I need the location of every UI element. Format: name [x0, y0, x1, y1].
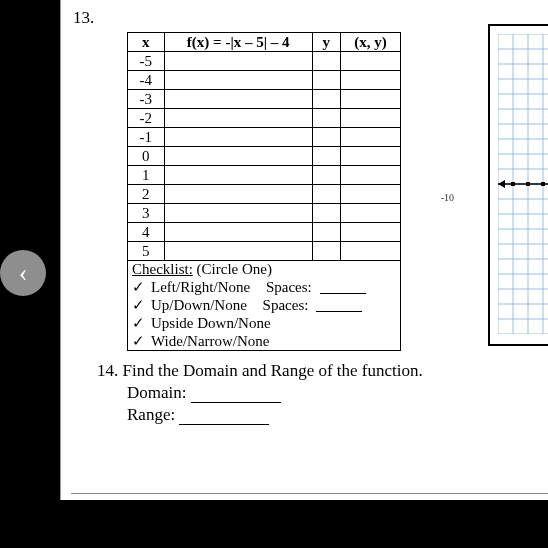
checklist-hint: (Circle One) — [197, 261, 272, 277]
checklist-text: Up/Down/None — [151, 297, 247, 314]
chevron-left-icon: ‹ — [19, 258, 28, 288]
cell-x: -1 — [128, 128, 165, 147]
checklist-item: ✓ Wide/Narrow/None — [132, 332, 396, 350]
coordinate-grid-panel — [488, 24, 548, 346]
checklist-text: Upside Down/None — [151, 315, 271, 332]
range-label: Range: — [127, 405, 175, 424]
header-xy: (x, y) — [340, 33, 400, 52]
problem-14-prompt: Find the Domain and Range of the functio… — [123, 361, 423, 380]
table-header-row: x f(x) = -|x – 5| – 4 y (x, y) — [128, 33, 401, 52]
cell-x: -2 — [128, 109, 165, 128]
spaces-label: Spaces: — [263, 297, 309, 314]
cell-x: -3 — [128, 90, 165, 109]
checklist-cell: Checklist: (Circle One) ✓ Left/Right/Non… — [128, 261, 401, 351]
header-y: y — [312, 33, 340, 52]
table-row: -5 — [128, 52, 401, 71]
checklist-item: ✓ Left/Right/None Spaces: — [132, 278, 396, 296]
check-icon: ✓ — [132, 314, 145, 332]
cell-x: 3 — [128, 204, 165, 223]
problem-14-number: 14. — [97, 361, 118, 380]
page-divider — [71, 493, 548, 494]
checklist-item: ✓ Upside Down/None — [132, 314, 396, 332]
cell-x: -5 — [128, 52, 165, 71]
table-row: 5 — [128, 242, 401, 261]
table-row: -3 — [128, 90, 401, 109]
coordinate-grid-icon — [498, 34, 548, 334]
svg-rect-32 — [541, 182, 545, 186]
table-row: 0 — [128, 147, 401, 166]
worksheet-page: 13. x f(x) = -|x – 5| – 4 y (x, y) -5 -4… — [60, 0, 548, 500]
table-row: -1 — [128, 128, 401, 147]
cell-x: 5 — [128, 242, 165, 261]
blank-line — [320, 280, 366, 294]
problem-14: 14. Find the Domain and Range of the fun… — [97, 361, 548, 425]
domain-line: Domain: — [127, 383, 548, 403]
checklist-text: Left/Right/None — [151, 279, 250, 296]
cell-x: 4 — [128, 223, 165, 242]
header-fx: f(x) = -|x – 5| – 4 — [164, 33, 312, 52]
table-row: 3 — [128, 204, 401, 223]
cell-x: -4 — [128, 71, 165, 90]
cell-x: 0 — [128, 147, 165, 166]
table-row: 4 — [128, 223, 401, 242]
table-row: -2 — [128, 109, 401, 128]
svg-marker-29 — [498, 180, 505, 188]
back-button[interactable]: ‹ — [0, 250, 46, 296]
axis-tick-label: -10 — [441, 192, 454, 203]
blank-line — [191, 389, 281, 403]
check-icon: ✓ — [132, 332, 145, 350]
svg-rect-30 — [511, 182, 515, 186]
cell-x: 2 — [128, 185, 165, 204]
check-icon: ✓ — [132, 296, 145, 314]
cell-x: 1 — [128, 166, 165, 185]
check-icon: ✓ — [132, 278, 145, 296]
table-row: 2 — [128, 185, 401, 204]
table-row: 1 — [128, 166, 401, 185]
header-x: x — [128, 33, 165, 52]
svg-rect-31 — [526, 182, 530, 186]
checklist-title: Checklist: — [132, 261, 193, 277]
spaces-label: Spaces: — [266, 279, 312, 296]
checklist-row: Checklist: (Circle One) ✓ Left/Right/Non… — [128, 261, 401, 351]
blank-line — [179, 411, 269, 425]
checklist-item: ✓ Up/Down/None Spaces: — [132, 296, 396, 314]
domain-label: Domain: — [127, 383, 187, 402]
table-row: -4 — [128, 71, 401, 90]
function-table: x f(x) = -|x – 5| – 4 y (x, y) -5 -4 -3 … — [127, 32, 401, 351]
blank-line — [316, 298, 362, 312]
checklist-text: Wide/Narrow/None — [151, 333, 270, 350]
problem-13-number: 13. — [73, 8, 548, 28]
range-line: Range: — [127, 405, 548, 425]
